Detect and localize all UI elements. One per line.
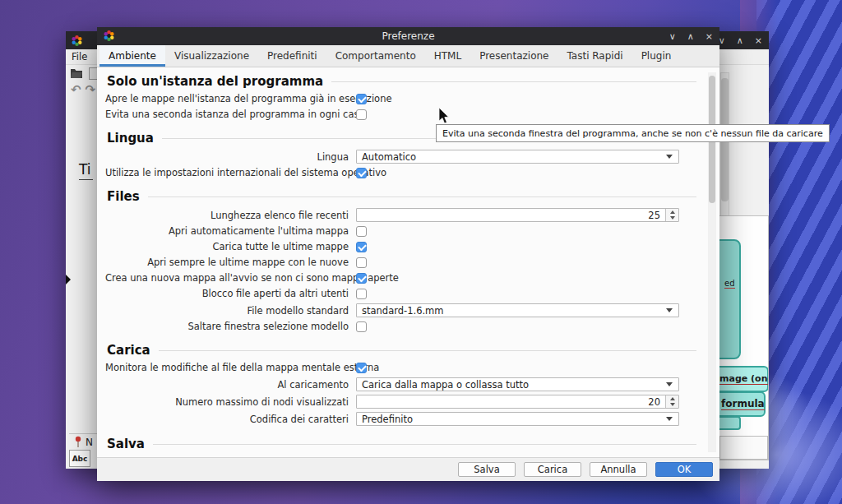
pref-row: Numero massimo di nodi visualizzati 20 xyxy=(105,395,698,409)
open-folder-icon[interactable] xyxy=(70,67,83,79)
map-node-label: formula xyxy=(721,398,765,410)
section-title-text: Files xyxy=(107,189,140,204)
pref-row: Carica tutte le ultime mappe xyxy=(105,241,698,252)
tab-tasti-rapidi[interactable]: Tasti Rapidi xyxy=(557,45,632,67)
redo-icon[interactable]: ↷ xyxy=(86,84,96,96)
pref-row: Saltare finestra selezione modello xyxy=(105,321,698,332)
section-title-istanza: Solo un'istanza del programma xyxy=(107,74,696,89)
freeplane-icon xyxy=(103,30,115,42)
tab-visualizzazione[interactable]: Visualizzazione xyxy=(165,45,258,67)
pref-row: Lingua Automatico xyxy=(105,150,698,164)
spinner-down-icon[interactable] xyxy=(670,216,675,220)
template-file-select[interactable]: standard-1.6.mm xyxy=(356,303,679,317)
undo-icon[interactable]: ↶ xyxy=(71,84,81,96)
language-select[interactable]: Automatico xyxy=(356,150,679,164)
chevron-down-icon xyxy=(666,382,673,386)
map-node-image[interactable]: mage (one) xyxy=(719,366,769,392)
map-node-partial[interactable] xyxy=(719,416,741,430)
note-label: N xyxy=(86,437,93,448)
checkbox-lock-files[interactable] xyxy=(356,289,367,299)
checkbox-always-open-last-maps[interactable] xyxy=(356,257,367,268)
pref-row: Apre le mappe nell'istanza del programma… xyxy=(105,93,698,104)
tooltip: Evita una seconda finestra del programma… xyxy=(436,124,830,142)
map-node-tall[interactable]: ed xyxy=(719,239,741,359)
dialog-title: Preferenze xyxy=(382,30,434,42)
spinner-up-icon[interactable] xyxy=(670,397,675,400)
pref-label: Apri sempre le ultime mappe con le nuove xyxy=(105,257,356,268)
checkbox-load-all-last-maps[interactable] xyxy=(356,242,367,252)
pref-label: Blocco file aperti da altri utenti xyxy=(105,288,356,299)
pref-row: Al caricamento Carica dalla mappa o coll… xyxy=(105,377,698,391)
maximize-icon[interactable]: ∧ xyxy=(687,32,694,41)
pref-label: Lingua xyxy=(105,151,356,163)
tab-ambiente[interactable]: Ambiente xyxy=(99,45,165,67)
section-title-text: Salva xyxy=(107,437,145,451)
recent-files-spinner[interactable]: 25 xyxy=(356,208,679,222)
checkbox-monitor-external-changes[interactable] xyxy=(356,363,367,373)
spinner-down-icon[interactable] xyxy=(670,403,675,406)
tab-plugin[interactable]: Plugin xyxy=(632,45,681,67)
section-rule xyxy=(153,444,696,445)
pref-row: Blocco file aperti da altri utenti xyxy=(105,288,698,299)
on-load-select[interactable]: Carica dalla mappa o collassa tutto xyxy=(356,377,679,391)
select-value: Carica dalla mappa o collassa tutto xyxy=(362,379,529,391)
spinner-buttons[interactable] xyxy=(665,209,678,221)
tab-presentazione[interactable]: Presentazione xyxy=(470,45,557,67)
abc-tab-label: Abc xyxy=(72,455,88,463)
note-row[interactable]: N xyxy=(74,436,93,448)
save-button[interactable]: Salva xyxy=(458,462,516,477)
maximize-icon[interactable]: ∧ xyxy=(737,36,743,45)
freeplane-icon xyxy=(71,35,83,47)
spinner-up-icon[interactable] xyxy=(670,210,675,214)
shade-icon[interactable]: ∨ xyxy=(669,32,676,41)
pref-label: Numero massimo di nodi visualizzati xyxy=(105,396,356,408)
pref-row: Apri sempre le ultime mappe con le nuove xyxy=(105,257,698,268)
chevron-down-icon xyxy=(666,308,673,312)
pref-label: Codifica dei caratteri xyxy=(105,414,356,425)
checkbox-new-map-on-start[interactable] xyxy=(356,273,367,284)
pref-label: Apri automaticamente l'ultima mappa xyxy=(105,225,356,237)
map-node-formula[interactable]: formula xyxy=(719,391,766,417)
charset-select[interactable]: Predefinito xyxy=(356,412,679,426)
checkbox-open-last-map[interactable] xyxy=(356,226,367,237)
dialog-window-controls: ∨ ∧ × xyxy=(669,27,713,45)
spinner-value: 20 xyxy=(357,396,665,408)
dialog-titlebar[interactable]: Preferenze ∨ ∧ × xyxy=(97,27,719,45)
panel-expand-left-icon[interactable] xyxy=(66,275,71,284)
pref-label: Crea una nuova mappa all'avvio se non ci… xyxy=(105,272,356,284)
pref-label: Evita una seconda istanza del programma … xyxy=(105,109,356,120)
pref-row: Crea una nuova mappa all'avvio se non ci… xyxy=(105,272,698,284)
select-value: Predefinito xyxy=(362,414,413,425)
section-title-salva: Salva xyxy=(107,437,696,451)
map-node-clipped[interactable]: Ti xyxy=(79,161,93,180)
cancel-button[interactable]: Annulla xyxy=(590,462,647,477)
checkbox-avoid-second-instance[interactable] xyxy=(356,109,367,120)
ok-button[interactable]: OK xyxy=(655,462,713,477)
menu-file[interactable]: File xyxy=(72,51,87,62)
section-title-text: Carica xyxy=(107,343,150,358)
pref-row: Evita una seconda istanza del programma … xyxy=(105,109,698,120)
pref-row: Apri automaticamente l'ultima mappa xyxy=(105,225,698,237)
checkbox-open-in-running-instance[interactable] xyxy=(356,94,367,104)
pref-label: Monitora le modifiche al file della mapp… xyxy=(105,362,356,373)
checkbox-skip-template-dialog[interactable] xyxy=(356,321,367,332)
pref-label: Apre le mappe nell'istanza del programma… xyxy=(105,93,356,104)
tab-html[interactable]: HTML xyxy=(425,45,470,67)
tab-comportamento[interactable]: Comportamento xyxy=(326,45,425,67)
tab-predefiniti[interactable]: Predefiniti xyxy=(258,45,326,67)
chevron-down-icon xyxy=(666,417,673,421)
spinner-value: 25 xyxy=(357,210,665,221)
abc-tab[interactable]: Abc xyxy=(69,450,90,467)
pref-label: Utilizza le impostazioni internazionali … xyxy=(105,167,356,178)
section-title-files: Files xyxy=(107,189,696,204)
pref-row: Lunghezza elenco file recenti 25 xyxy=(105,208,698,222)
map-node-label: ed xyxy=(724,279,735,289)
section-title-carica: Carica xyxy=(107,343,696,358)
close-icon[interactable]: × xyxy=(706,32,713,41)
load-button[interactable]: Carica xyxy=(524,462,581,477)
spinner-buttons[interactable] xyxy=(665,395,678,408)
checkbox-use-os-locale[interactable] xyxy=(356,168,367,178)
close-icon[interactable]: × xyxy=(755,36,762,45)
max-nodes-spinner[interactable]: 20 xyxy=(356,395,679,409)
section-rule xyxy=(159,350,696,351)
